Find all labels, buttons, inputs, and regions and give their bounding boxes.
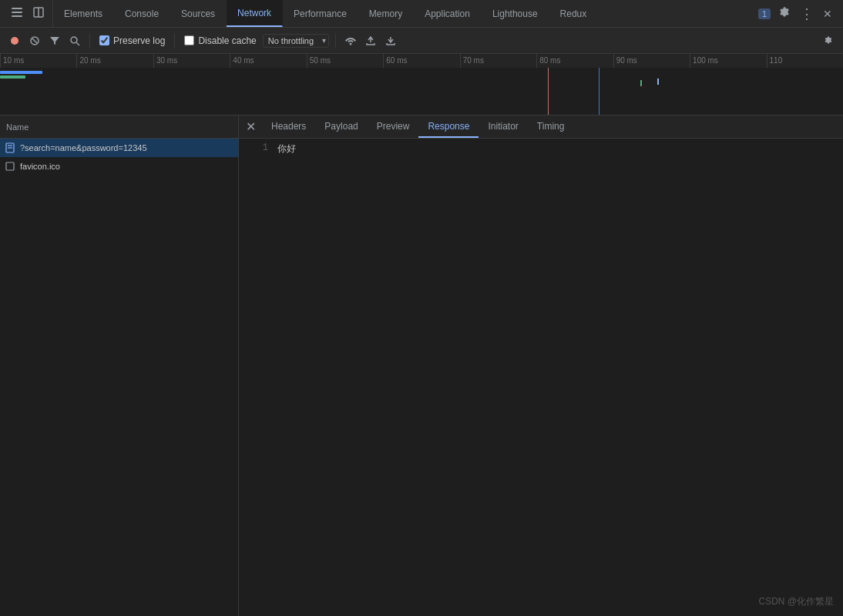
detail-tab-bar: ✕ HeadersPayloadPreviewResponseInitiator… [239,116,843,139]
svg-rect-2 [12,15,22,17]
tab-performance[interactable]: Performance [283,0,358,27]
request-list-item[interactable]: favicon.ico [0,157,238,176]
disable-cache-checkbox[interactable] [184,35,194,45]
separator-2 [174,33,175,49]
response-line-number: 1 [245,142,268,153]
timeline-bars-area [0,68,843,115]
svg-point-8 [71,37,77,43]
tab-badge: 1 [758,8,771,19]
close-devtools-icon[interactable]: ✕ [821,6,834,22]
network-settings-icon[interactable] [820,32,837,49]
tab-elements[interactable]: Elements [53,0,114,27]
clear-button[interactable] [26,32,43,49]
svg-rect-15 [6,162,14,170]
request-list-item[interactable]: ?search=name&password=12345 [0,139,238,157]
throttle-dropdown-wrapper: No throttlingFast 3GSlow 3GOffline [263,34,329,48]
tab-memory[interactable]: Memory [358,0,414,27]
preserve-log-checkbox-label[interactable]: Preserve log [99,35,165,46]
timeline-vline-orange [548,68,549,115]
timeline-ruler: 10 ms20 ms30 ms40 ms50 ms60 ms70 ms80 ms… [0,54,843,68]
ruler-mark: 20 ms [76,54,153,68]
detail-tab-headers[interactable]: Headers [262,116,315,138]
dock-icon[interactable] [31,5,46,22]
import-har-icon[interactable] [382,32,399,49]
more-options-icon[interactable]: ⋮ [798,4,815,24]
network-toolbar: Preserve log Disable cache No throttling… [0,28,843,54]
detail-panel: ✕ HeadersPayloadPreviewResponseInitiator… [239,116,843,616]
detail-tab-timing[interactable]: Timing [528,116,574,138]
response-line: 1你好 [239,142,843,156]
throttle-select[interactable]: No throttlingFast 3GSlow 3GOffline [263,34,329,48]
watermark: CSDN @化作繁星 [758,595,834,608]
devtools-menu-icon[interactable] [9,5,25,22]
ruler-mark: 30 ms [153,54,230,68]
devtools-tab-bar: ElementsConsoleSourcesNetworkPerformance… [0,0,843,28]
main-split: Name ?search=name&password=12345favicon.… [0,116,843,616]
ruler-mark: 40 ms [230,54,306,68]
export-har-icon[interactable] [362,32,379,49]
detail-tab-preview[interactable]: Preview [368,116,419,138]
svg-rect-1 [12,12,22,13]
svg-rect-0 [12,8,22,9]
detail-content-area: 1你好 [239,139,843,616]
disable-cache-label: Disable cache [198,35,256,46]
filter-icon[interactable] [46,32,63,49]
devtools-tabs: ElementsConsoleSourcesNetworkPerformance… [53,0,752,27]
img-file-icon [5,161,15,172]
doc-file-icon [5,142,15,153]
timeline-bar-2 [0,75,25,79]
separator-1 [89,33,90,49]
request-item-name: favicon.ico [20,162,233,171]
ruler-mark: 90 ms [613,54,690,68]
detail-close-button[interactable]: ✕ [242,119,259,136]
tab-lighthouse[interactable]: Lighthouse [482,0,549,27]
timeline-bar-1 [0,71,42,74]
network-conditions-icon[interactable] [342,32,359,49]
tab-application[interactable]: Application [414,0,482,27]
ruler-mark: 100 ms [690,54,766,68]
ruler-mark: 10 ms [0,54,76,68]
tab-sources[interactable]: Sources [170,0,227,27]
request-list-panel: Name ?search=name&password=12345favicon.… [0,116,239,616]
detail-tab-response[interactable]: Response [418,116,479,138]
search-button[interactable] [66,32,83,49]
ruler-mark: 60 ms [383,54,459,68]
timeline-vline-blue [599,68,600,115]
response-line-text: 你好 [277,142,296,156]
ruler-mark: 50 ms [307,54,383,68]
svg-line-9 [77,42,80,45]
separator-3 [335,33,336,49]
network-timeline: 10 ms20 ms30 ms40 ms50 ms60 ms70 ms80 ms… [0,54,843,116]
disable-cache-checkbox-label[interactable]: Disable cache [184,35,256,46]
tab-bar-right-actions: 1 ⋮ ✕ [752,4,840,24]
tab-redux[interactable]: Redux [549,0,599,27]
ruler-mark: 110 [767,54,843,68]
request-item-name: ?search=name&password=12345 [20,143,233,152]
svg-point-5 [11,37,18,45]
preserve-log-label: Preserve log [113,35,165,46]
detail-tab-payload[interactable]: Payload [315,116,367,138]
tab-network[interactable]: Network [227,0,283,27]
svg-point-10 [349,42,351,45]
preserve-log-checkbox[interactable] [99,35,109,45]
record-button[interactable] [6,32,23,49]
svg-line-7 [32,38,37,43]
name-column-header: Name [6,122,232,132]
ruler-mark: 80 ms [536,54,613,68]
request-list-body: ?search=name&password=12345favicon.ico [0,139,238,616]
request-list-header: Name [0,116,238,139]
tab-console[interactable]: Console [114,0,170,27]
ruler-mark: 70 ms [460,54,536,68]
detail-tab-initiator[interactable]: Initiator [479,116,527,138]
devtools-header-icons [3,0,53,27]
settings-icon[interactable] [777,5,792,22]
